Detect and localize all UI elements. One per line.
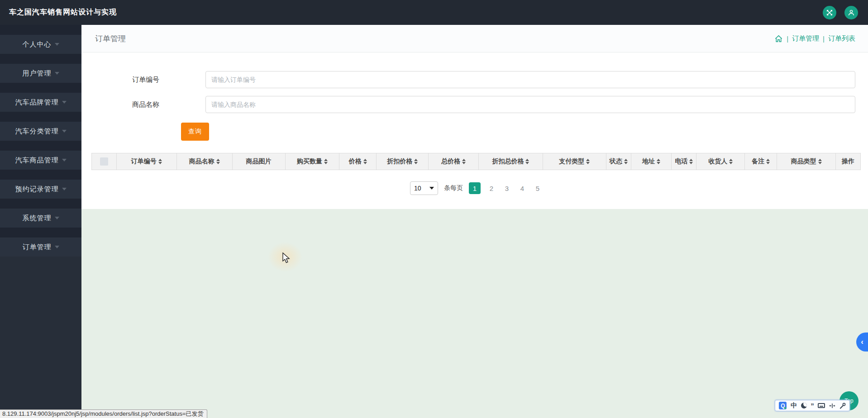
topbar-actions bbox=[823, 6, 868, 19]
table-column-header[interactable]: 电话 bbox=[672, 153, 696, 170]
wrench-icon[interactable] bbox=[839, 403, 846, 409]
select-all-checkbox[interactable] bbox=[100, 157, 108, 166]
column-label: 总价格 bbox=[441, 157, 460, 166]
chevron-down-icon bbox=[55, 217, 59, 219]
moon-icon[interactable] bbox=[801, 403, 807, 408]
breadcrumb-separator: | bbox=[823, 35, 825, 43]
sidebar-item[interactable]: 汽车品牌管理 bbox=[0, 93, 81, 112]
form-row: 订单编号 bbox=[132, 71, 855, 88]
table-column-header[interactable]: 状态 bbox=[606, 153, 631, 170]
content-panel: 订单管理 | 订单管理 | 订单列表 bbox=[81, 25, 868, 209]
sort-icon[interactable] bbox=[414, 159, 418, 164]
table-column-header[interactable]: 支付类型 bbox=[543, 153, 606, 170]
sidebar-item[interactable]: 系统管理 bbox=[0, 209, 81, 228]
sort-icon[interactable] bbox=[363, 159, 367, 164]
sort-icon[interactable] bbox=[689, 159, 693, 164]
sidebar-item-label: 汽车分类管理 bbox=[15, 127, 59, 136]
column-label: 备注 bbox=[752, 157, 764, 166]
page-size-select[interactable]: 10 bbox=[410, 181, 438, 195]
status-url-tooltip: 8.129.11.174:9003/jspm20nj5/jsp/modules/… bbox=[0, 409, 207, 418]
column-label: 订单编号 bbox=[131, 157, 157, 166]
sort-icon[interactable] bbox=[586, 159, 590, 164]
field-label: 订单编号 bbox=[132, 76, 205, 84]
breadcrumb-link[interactable]: 订单列表 bbox=[828, 34, 855, 43]
sort-icon[interactable] bbox=[766, 159, 770, 164]
column-label: 商品名称 bbox=[189, 157, 215, 166]
topbar: 车之国汽车销售网站设计与实现 bbox=[0, 0, 868, 25]
page-header: 订单管理 | 订单管理 | 订单列表 bbox=[81, 25, 868, 52]
breadcrumb-link[interactable]: 订单管理 bbox=[792, 34, 819, 43]
table-column-header[interactable]: 折扣价格 bbox=[377, 153, 429, 170]
page-buttons: 1 2 3 4 5 bbox=[469, 182, 542, 194]
page-button[interactable]: 4 bbox=[518, 182, 527, 194]
table-column-header[interactable] bbox=[92, 153, 117, 170]
fullscreen-button[interactable] bbox=[823, 6, 836, 19]
home-icon[interactable] bbox=[774, 34, 783, 43]
sogou-logo-icon[interactable]: Q bbox=[779, 402, 787, 409]
sidebar-item[interactable]: 用户管理 bbox=[0, 64, 81, 83]
chevron-down-icon bbox=[55, 246, 59, 248]
ime-toolbar: Q 中 ” bbox=[775, 400, 850, 411]
sort-icon[interactable] bbox=[624, 159, 628, 164]
sort-icon[interactable] bbox=[818, 159, 822, 164]
chevron-down-icon bbox=[62, 159, 67, 162]
text-input[interactable] bbox=[205, 71, 855, 88]
sidebar-item[interactable]: 个人中心 bbox=[0, 35, 81, 54]
punctuation-icon[interactable]: ” bbox=[811, 404, 814, 408]
sidebar-item[interactable]: 预约记录管理 bbox=[0, 180, 81, 199]
table-column-header[interactable]: 价格 bbox=[339, 153, 377, 170]
table-column-header[interactable]: 收货人 bbox=[696, 153, 745, 170]
sidebar-item-label: 预约记录管理 bbox=[15, 185, 59, 194]
table-column-header[interactable]: 操作 bbox=[836, 153, 860, 170]
column-label: 操作 bbox=[842, 157, 854, 166]
page-button[interactable]: 5 bbox=[533, 182, 542, 194]
sort-icon[interactable] bbox=[216, 159, 220, 164]
sidebar-menu: 个人中心 用户管理 汽车品牌管理 汽车分类管理 汽车商品管理 bbox=[0, 25, 81, 256]
page-button[interactable]: 2 bbox=[487, 182, 496, 194]
column-label: 支付类型 bbox=[559, 157, 584, 166]
column-label: 价格 bbox=[349, 157, 362, 166]
chevron-down-icon bbox=[55, 43, 59, 46]
field-label: 商品名称 bbox=[132, 100, 205, 109]
column-label: 地址 bbox=[642, 157, 655, 166]
table-column-header[interactable]: 商品名称 bbox=[177, 153, 233, 170]
column-label: 折扣价格 bbox=[387, 157, 412, 166]
app-title: 车之国汽车销售网站设计与实现 bbox=[0, 8, 117, 17]
page-button[interactable]: 1 bbox=[469, 182, 481, 194]
chevron-down-icon bbox=[55, 72, 59, 75]
chevron-down-icon bbox=[62, 101, 67, 104]
user-profile-button[interactable] bbox=[844, 6, 858, 19]
sidebar-item[interactable]: 订单管理 bbox=[0, 238, 81, 256]
page-button[interactable]: 3 bbox=[502, 182, 511, 194]
sidebar-item-label: 订单管理 bbox=[23, 243, 52, 252]
table-column-header[interactable]: 折扣总价格 bbox=[479, 153, 543, 170]
search-form: 订单编号 商品名称 bbox=[81, 52, 868, 113]
search-button[interactable]: 查询 bbox=[181, 123, 209, 141]
table-column-header[interactable]: 总价格 bbox=[429, 153, 479, 170]
sort-icon[interactable] bbox=[729, 159, 733, 164]
cursor-split-icon[interactable] bbox=[829, 403, 835, 408]
sort-icon[interactable] bbox=[462, 159, 466, 164]
sidebar-item[interactable]: 汽车分类管理 bbox=[0, 122, 81, 141]
user-icon bbox=[848, 9, 855, 16]
sort-icon[interactable] bbox=[158, 159, 162, 164]
sort-icon[interactable] bbox=[324, 159, 328, 164]
table-column-header[interactable]: 地址 bbox=[631, 153, 672, 170]
page-title: 订单管理 bbox=[81, 33, 126, 44]
table-column-header[interactable]: 购买数量 bbox=[286, 153, 340, 170]
table-column-header[interactable]: 订单编号 bbox=[117, 153, 177, 170]
table-column-header[interactable]: 商品图片 bbox=[233, 153, 286, 170]
chinese-mode-icon[interactable]: 中 bbox=[791, 402, 797, 410]
page-size-value: 10 bbox=[414, 185, 421, 192]
sidebar-item[interactable]: 汽车商品管理 bbox=[0, 151, 81, 170]
sort-icon[interactable] bbox=[525, 159, 529, 164]
sidebar-item-label: 汽车品牌管理 bbox=[15, 98, 59, 107]
text-input[interactable] bbox=[205, 96, 855, 113]
table-column-header[interactable]: 商品类型 bbox=[777, 153, 836, 170]
sort-icon[interactable] bbox=[657, 159, 660, 164]
keyboard-icon[interactable] bbox=[818, 403, 825, 408]
table-column-header[interactable]: 备注 bbox=[745, 153, 777, 170]
chevron-down-icon bbox=[62, 188, 67, 190]
column-label: 商品类型 bbox=[791, 157, 816, 166]
form-row: 商品名称 bbox=[132, 96, 855, 113]
